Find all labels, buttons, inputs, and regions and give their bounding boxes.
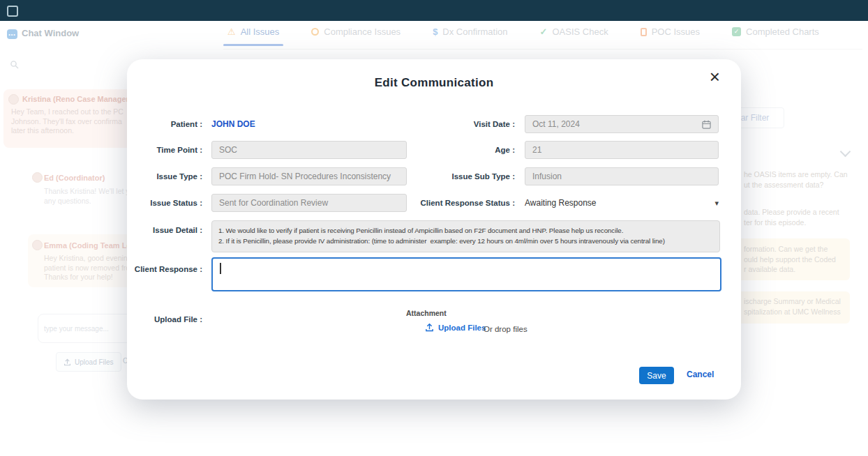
app-logo-icon <box>7 6 18 17</box>
upload-files-label: Upload Files <box>438 324 486 332</box>
time-point-label: Time Point : <box>127 141 202 159</box>
cancel-button[interactable]: Cancel <box>687 370 714 379</box>
close-icon[interactable]: × <box>710 68 720 86</box>
issue-status-label: Issue Status : <box>127 194 202 212</box>
drop-files-hint: Or drop files <box>484 325 527 333</box>
client-response-status-value: Awaiting Response <box>525 198 597 208</box>
save-button[interactable]: Save <box>639 367 674 384</box>
attachment-label: Attachment <box>406 309 447 317</box>
issue-detail-label: Issue Detail : <box>127 221 202 239</box>
issue-type-label: Issue Type : <box>127 167 202 185</box>
age-field[interactable]: 21 <box>525 141 719 159</box>
edit-communication-dialog: Edit Communication × Patient : JOHN DOE … <box>127 59 741 400</box>
text-cursor <box>220 263 221 274</box>
client-response-status-dropdown[interactable]: Awaiting Response ▾ <box>525 194 719 212</box>
calendar-icon <box>702 120 711 129</box>
visit-date-field[interactable]: Oct 11, 2024 <box>525 115 719 133</box>
issue-type-field[interactable]: POC Firm Hold- SN Procedures Inconsisten… <box>211 167 407 185</box>
time-point-value: SOC <box>219 145 237 155</box>
issue-status-value: Sent for Coordination Review <box>219 198 328 208</box>
time-point-field[interactable]: SOC <box>211 141 407 159</box>
upload-files-button[interactable]: Upload Files <box>425 323 486 332</box>
dialog-title: Edit Communication <box>127 76 741 90</box>
upload-icon <box>425 323 434 332</box>
age-value: 21 <box>532 145 541 155</box>
issue-detail-field[interactable]: 1. We would like to verify if patient is… <box>211 220 720 252</box>
client-response-status-label: Client Response Status : <box>410 194 515 212</box>
issue-type-value: POC Firm Hold- SN Procedures Inconsisten… <box>219 172 391 181</box>
issue-sub-type-label: Issue Sub Type : <box>410 167 515 185</box>
upload-file-label: Upload File : <box>127 310 202 328</box>
client-response-textarea[interactable] <box>211 257 721 291</box>
age-label: Age : <box>410 141 515 159</box>
client-response-label: Client Response : <box>127 260 202 278</box>
issue-status-field[interactable]: Sent for Coordination Review <box>211 194 407 212</box>
visit-date-label: Visit Date : <box>410 115 515 133</box>
top-navigation-bar <box>0 0 868 21</box>
chevron-down-icon: ▾ <box>714 199 719 208</box>
visit-date-value: Oct 11, 2024 <box>532 116 580 132</box>
issue-sub-type-value: Infusion <box>532 172 562 181</box>
patient-label: Patient : <box>127 115 202 133</box>
issue-sub-type-field[interactable]: Infusion <box>525 167 719 185</box>
patient-name-link[interactable]: JOHN DOE <box>211 115 255 133</box>
